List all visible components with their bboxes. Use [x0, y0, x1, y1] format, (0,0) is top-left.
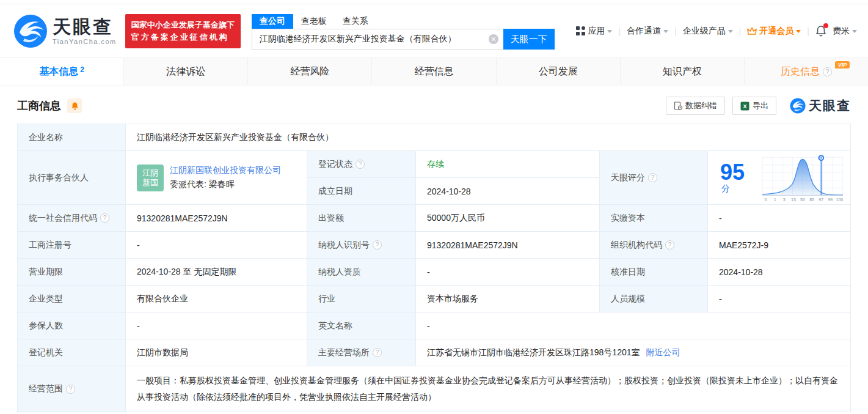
status-badge: 存续: [427, 159, 444, 170]
search-input[interactable]: [260, 34, 489, 44]
tab-history-info[interactable]: VIP 历史信息 ?: [745, 58, 868, 85]
tab-basic-info-count: 2: [80, 65, 84, 74]
tab-basic-info-label: 基本信息: [39, 65, 78, 78]
tab-business-info[interactable]: 经营信息: [372, 58, 496, 85]
tick-99: 99: [826, 198, 835, 202]
tianyancha-swirl-icon: [13, 14, 48, 48]
help-icon[interactable]: ?: [373, 348, 382, 357]
org-code-label-text: 组织机构代码: [611, 240, 662, 251]
top-menu: 应用 | 合作通道 | 企业级产品 | 开通会员 |: [576, 25, 857, 37]
help-icon[interactable]: ?: [823, 67, 832, 76]
export-label: 导出: [753, 100, 768, 111]
tab-operation-risk[interactable]: 经营风险: [248, 58, 372, 85]
tab-intellectual-property-label: 知识产权: [663, 65, 702, 78]
field-value-insured-count: -: [126, 312, 307, 339]
field-label-taxpayer-quality: 纳税人资质: [307, 259, 416, 286]
field-value-capital: 50000万人民币: [416, 205, 600, 232]
field-label-taxpayer-id: 纳税人识别号 ?: [307, 232, 416, 259]
tick-50: 50: [798, 198, 807, 202]
field-value-company-type: 有限合伙企业: [126, 286, 307, 312]
chevron-down-icon: [728, 30, 733, 33]
field-value-taxpayer-quality: -: [416, 259, 600, 286]
field-label-insured-count: 参保人数: [18, 312, 126, 339]
field-label-company-type: 企业类型: [18, 286, 126, 312]
menu-apps[interactable]: 应用: [576, 26, 612, 37]
orange-bell-icon: [71, 102, 79, 110]
taxpayer-id-label-text: 纳税人识别号: [318, 240, 370, 251]
vip-badge: VIP: [835, 61, 850, 68]
chevron-down-icon: [607, 30, 612, 33]
tab-legal-label: 法律诉讼: [166, 65, 205, 78]
field-value-reg-number: -: [126, 232, 307, 259]
data-correction-button[interactable]: 数据纠错: [666, 97, 725, 115]
badge-line1: 国家中小企业发展子基金旗下: [131, 19, 235, 31]
field-label-company-name: 企业名称: [18, 124, 126, 151]
scope-label-text: 经营范围: [29, 383, 63, 394]
menu-channel[interactable]: 合作通道: [627, 26, 668, 37]
search-input-box: ✕: [252, 29, 503, 50]
help-icon[interactable]: ?: [665, 240, 674, 250]
nearby-companies-link[interactable]: 附近公司: [646, 347, 680, 358]
field-label-main-address: 主要经营场所 ?: [307, 339, 416, 366]
search-button[interactable]: 天眼一下: [503, 29, 555, 50]
logo-text: 天眼查: [53, 17, 117, 37]
partner-company-avatar[interactable]: 江阴 新国: [137, 164, 164, 191]
field-value-uscc: 91320281MAE2572J9N: [126, 205, 307, 232]
avatar-line1: 江阴: [142, 168, 158, 178]
field-value-company-name: 江阴临港经济开发区新兴产业投资基金（有限合伙）: [126, 124, 851, 151]
help-icon[interactable]: ?: [648, 173, 657, 182]
partner-company-link[interactable]: 江阴新国联创业投资有限公司: [170, 165, 281, 175]
logo-domain: TianYanCha.com: [53, 38, 117, 45]
section-title: 工商信息: [17, 98, 61, 113]
search-tab-boss[interactable]: 查老板: [293, 14, 335, 29]
correction-doc-icon: [674, 102, 682, 110]
gov-certification-badge: 国家中小企业发展子基金旗下 官方备案企业征信机构: [125, 14, 241, 48]
field-label-establish-date: 成立日期: [307, 178, 416, 205]
tianyancha-watermark: 天眼查: [790, 97, 851, 114]
score-label-text: 天眼评分: [611, 172, 645, 183]
field-label-staff-size: 人员规模: [600, 286, 708, 312]
menu-products-label: 企业级产品: [683, 26, 726, 37]
badge-line2: 官方备案企业征信机构: [131, 31, 235, 43]
apps-grid-icon: [576, 26, 585, 35]
help-icon[interactable]: ?: [373, 240, 382, 250]
menu-separator: |: [739, 26, 742, 36]
help-icon[interactable]: ?: [66, 385, 75, 394]
field-label-registration-authority: 登记机关: [18, 339, 126, 366]
tab-business-info-label: 经营信息: [414, 65, 453, 78]
field-value-staff-size: -: [708, 286, 851, 312]
help-icon[interactable]: ?: [100, 213, 109, 223]
menu-vip-label: 开通会员: [759, 26, 793, 37]
tab-legal[interactable]: 法律诉讼: [124, 58, 248, 85]
field-value-registration-authority: 江阴市数据局: [126, 339, 307, 366]
top-divider: [0, 0, 868, 4]
field-value-establish-date: 2024-10-28: [416, 178, 600, 205]
chevron-down-icon: [663, 30, 668, 33]
search-module: 查公司 查老板 查关系 ✕ 天眼一下: [252, 12, 555, 50]
field-label-business-scope: 经营范围 ?: [18, 366, 126, 412]
address-text: 江苏省无锡市江阴市临港经济开发区珠江路198号1201室: [427, 347, 640, 358]
excel-icon: X: [740, 102, 749, 111]
clear-search-icon[interactable]: ✕: [489, 34, 498, 44]
field-label-tianyan-score: 天眼评分 ?: [600, 151, 708, 205]
menu-products[interactable]: 企业级产品: [683, 26, 733, 37]
tab-intellectual-property[interactable]: 知识产权: [621, 58, 745, 85]
notifications-button[interactable]: [815, 25, 826, 37]
score-number: 95: [720, 160, 745, 185]
menu-channel-label: 合作通道: [627, 26, 661, 37]
export-button[interactable]: X 导出: [732, 97, 776, 115]
subscribe-bell-button[interactable]: [67, 98, 82, 113]
tick-100: 100: [835, 198, 844, 202]
help-icon[interactable]: ?: [356, 160, 365, 169]
search-tab-company[interactable]: 查公司: [252, 14, 293, 29]
tianyancha-logo[interactable]: 天眼查 TianYanCha.com: [13, 14, 117, 48]
data-correction-label: 数据纠错: [685, 100, 717, 111]
avatar-line2: 新国: [142, 178, 158, 188]
tab-company-development-label: 公司发展: [539, 65, 578, 78]
tab-basic-info[interactable]: 基本信息 2: [0, 58, 124, 85]
field-label-reg-number: 工商注册号: [18, 232, 126, 259]
menu-vip[interactable]: 开通会员: [747, 26, 801, 37]
search-tab-relation[interactable]: 查关系: [335, 14, 376, 29]
tab-company-development[interactable]: 公司发展: [497, 58, 621, 85]
menu-user[interactable]: 费米: [833, 26, 857, 37]
